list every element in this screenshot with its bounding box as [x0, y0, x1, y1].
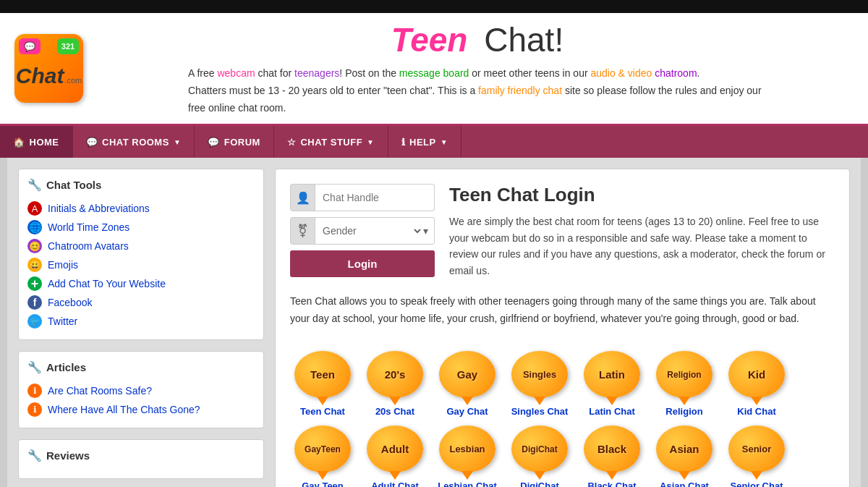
chat-tools-title: 🔧 Chat Tools: [27, 178, 255, 192]
article-safe-icon: ℹ: [27, 384, 42, 398]
login-section: 👤 ⚧ Gender Male Female ▾ Login Teen Chat…: [290, 184, 835, 279]
main-panel: 👤 ⚧ Gender Male Female ▾ Login Teen Chat…: [275, 169, 850, 487]
nav-forum-label: FORUM: [224, 137, 260, 148]
nav-chatrooms-label: CHAT ROOMS: [102, 137, 169, 148]
articles-title: 🔧 Articles: [27, 360, 255, 374]
sidebar-item-timezones[interactable]: 🌐 World Time Zones: [27, 218, 255, 237]
home-icon: 🏠: [13, 137, 25, 148]
site-title: Teen Chat!: [101, 20, 854, 59]
login-info: Teen Chat Login We are simply the best c…: [449, 184, 835, 279]
addchat-icon: +: [27, 276, 42, 291]
nav-home[interactable]: 🏠 HOME: [0, 126, 73, 158]
sidebar-article-gone[interactable]: ℹ Where Have All The Chats Gone?: [27, 400, 255, 419]
nav-help[interactable]: ℹ HELP ▼: [388, 126, 462, 158]
chat-room-lesbian[interactable]: Lesbian Lesbian Chat: [435, 424, 500, 487]
chat-tools-box: 🔧 Chat Tools A Initials & Abbreviations …: [18, 169, 264, 340]
main-content: 🔧 Chat Tools A Initials & Abbreviations …: [7, 158, 861, 487]
reviews-title: 🔧 Reviews: [27, 449, 255, 462]
nav-chatstuff-label: CHAT STUFF: [300, 137, 362, 148]
teenagers-link[interactable]: teenagers: [294, 67, 339, 79]
nav-forum[interactable]: 💬 FORUM: [195, 126, 274, 158]
chatstuff-arrow: ▼: [367, 138, 374, 146]
family-link[interactable]: family friendly chat: [478, 85, 562, 96]
handle-icon: 👤: [291, 185, 315, 211]
reviews-box: 🔧 Reviews: [18, 439, 264, 479]
chat-room-latin[interactable]: Latin Latin Chat: [579, 350, 644, 417]
chat-room-black[interactable]: Black Black Chat: [579, 424, 644, 487]
content-description: Teen Chat allows you to speak freely wit…: [290, 293, 835, 328]
chat-room-senior[interactable]: Senior Senior Chat: [724, 424, 789, 487]
chat-room-digichat[interactable]: DigiChat DigiChat: [507, 424, 572, 487]
initials-icon: A: [27, 201, 42, 216]
login-desc: We are simply the best chat room for tee…: [449, 213, 835, 279]
nav-chatrooms[interactable]: 💬 CHAT ROOMS ▼: [73, 126, 195, 158]
header-desc: A free webcam chat for teenagers! Post o…: [188, 65, 767, 117]
header-content: Teen Chat! A free webcam chat for teenag…: [101, 20, 854, 117]
main-nav: 🏠 HOME 💬 CHAT ROOMS ▼ 💬 FORUM ☆ CHAT STU…: [0, 126, 868, 158]
chat-room-20s[interactable]: 20's 20s Chat: [362, 350, 427, 417]
chat-room-kid[interactable]: Kid Kid Chat: [724, 350, 789, 417]
handle-input-wrap: 👤: [290, 184, 435, 211]
avatars-icon: 😊: [27, 239, 42, 253]
timezones-icon: 🌐: [27, 220, 42, 234]
chat-room-teen[interactable]: Teen Teen Chat: [290, 350, 355, 417]
nav-help-label: HELP: [409, 137, 436, 148]
chatroom-link[interactable]: chatroom: [655, 67, 697, 79]
audiovideo-link[interactable]: audio & video: [590, 67, 652, 79]
sidebar-item-avatars[interactable]: 😊 Chatroom Avatars: [27, 237, 255, 255]
chat-room-adult[interactable]: Adult Adult Chat: [362, 424, 427, 487]
gender-input-wrap: ⚧ Gender Male Female ▾: [290, 217, 435, 245]
login-form: 👤 ⚧ Gender Male Female ▾ Login: [290, 184, 435, 279]
sidebar-item-facebook[interactable]: f Facebook: [27, 293, 255, 312]
title-chat: Chat!: [484, 21, 563, 59]
chat-room-singles[interactable]: Singles Singles Chat: [507, 350, 572, 417]
webcam-link[interactable]: webcam: [217, 67, 255, 79]
help-arrow: ▼: [441, 138, 448, 146]
articles-icon: 🔧: [27, 360, 42, 374]
chat-room-gayteen[interactable]: GayTeen Gay Teen: [290, 424, 355, 487]
title-teen: Teen: [391, 21, 468, 59]
gender-dropdown-icon: ▾: [423, 225, 434, 237]
site-header: 💬 321 Chat .com Teen Chat! A free webcam…: [0, 13, 868, 126]
chat-room-religion[interactable]: Religion Religion: [652, 350, 717, 417]
login-title: Teen Chat Login: [449, 184, 835, 206]
chatstuff-icon: ☆: [287, 137, 297, 148]
chat-room-gay[interactable]: Gay Gay Chat: [435, 350, 500, 417]
reviews-icon: 🔧: [27, 449, 42, 462]
sidebar-item-emojis[interactable]: 😀 Emojis: [27, 255, 255, 274]
gender-icon: ⚧: [291, 218, 315, 244]
sidebar-item-addchat[interactable]: + Add Chat To Your Website: [27, 274, 255, 293]
gender-select[interactable]: Gender Male Female: [315, 219, 423, 243]
tools-wrench-icon: 🔧: [27, 178, 42, 192]
article-gone-icon: ℹ: [27, 402, 42, 417]
chat-room-asian[interactable]: Asian Asian Chat: [652, 424, 717, 487]
forum-icon: 💬: [208, 137, 220, 148]
nav-home-label: HOME: [30, 137, 59, 148]
sidebar-article-safe[interactable]: ℹ Are Chat Rooms Safe?: [27, 381, 255, 400]
handle-input[interactable]: [315, 186, 456, 209]
articles-box: 🔧 Articles ℹ Are Chat Rooms Safe? ℹ Wher…: [18, 351, 264, 428]
chatrooms-arrow: ▼: [174, 138, 181, 146]
help-icon: ℹ: [401, 137, 406, 148]
chatrooms-icon: 💬: [86, 137, 98, 148]
login-button[interactable]: Login: [290, 250, 435, 277]
facebook-icon: f: [27, 295, 42, 310]
emojis-icon: 😀: [27, 258, 42, 272]
twitter-icon: 🐦: [27, 314, 42, 329]
sidebar: 🔧 Chat Tools A Initials & Abbreviations …: [18, 169, 264, 487]
sidebar-item-initials[interactable]: A Initials & Abbreviations: [27, 199, 255, 218]
sidebar-item-twitter[interactable]: 🐦 Twitter: [27, 312, 255, 331]
msgboard-link[interactable]: message board: [399, 67, 469, 79]
chat-rooms-grid: Teen Teen Chat 20's 20s Chat Gay Gay Cha…: [290, 342, 835, 487]
nav-chatstuff[interactable]: ☆ CHAT STUFF ▼: [274, 126, 388, 158]
site-logo[interactable]: 💬 321 Chat .com: [14, 34, 83, 103]
